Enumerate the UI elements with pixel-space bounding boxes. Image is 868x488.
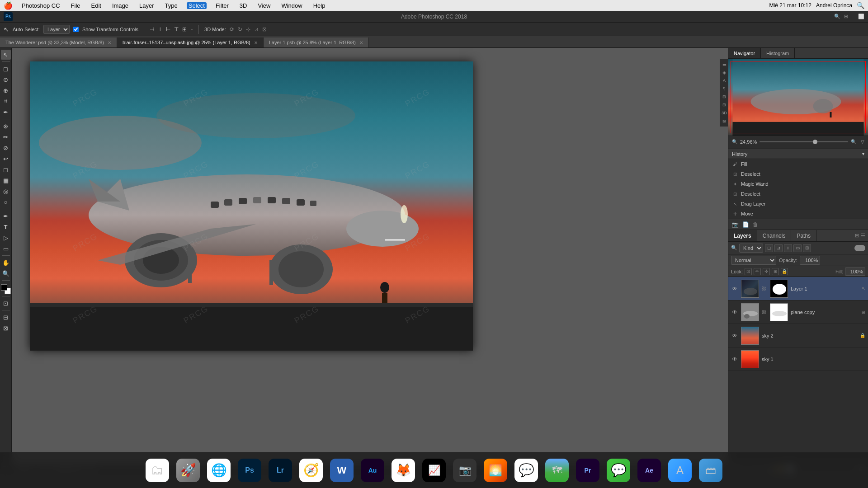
history-item-drag[interactable]: ↖ Drag Layer bbox=[728, 199, 868, 209]
layers-options-icon[interactable]: ☰ bbox=[861, 233, 865, 239]
sky2-visibility[interactable]: 👁 bbox=[731, 332, 738, 339]
quick-select-tool[interactable]: ⊕ bbox=[1, 85, 11, 95]
character-side-icon[interactable]: A bbox=[721, 77, 728, 84]
dock-messages[interactable]: 💬 bbox=[605, 457, 632, 484]
lock-transparent-icon[interactable]: ⊡ bbox=[745, 268, 752, 275]
artboard-tool[interactable]: ⊠ bbox=[1, 323, 11, 333]
planecopy-visibility[interactable]: 👁 bbox=[731, 309, 738, 316]
dock-capture[interactable]: 📷 bbox=[451, 457, 478, 484]
nav-zoom-out-icon[interactable]: 🔍 bbox=[732, 139, 737, 144]
dock-launchpad[interactable]: 🚀 bbox=[175, 457, 202, 484]
tab-wanderer[interactable]: The Wanderer.psd @ 33,3% (Model, RGB/8) … bbox=[0, 38, 117, 47]
dock-audition[interactable]: Au bbox=[359, 457, 386, 484]
ps-menu-image[interactable]: Image bbox=[110, 2, 130, 9]
filter-toggle[interactable] bbox=[854, 245, 865, 251]
crop-tool[interactable]: ⌗ bbox=[1, 96, 11, 106]
align-top-icon[interactable]: ⊤ bbox=[174, 26, 179, 33]
dock-photoshop[interactable]: Ps bbox=[236, 457, 263, 484]
layer-item-planecopy[interactable]: 👁 ⛓ plan bbox=[728, 300, 868, 324]
layer-item-layer1[interactable]: 👁 ⛓ Laye bbox=[728, 277, 868, 300]
ps-arrange-icon[interactable]: ⊞ bbox=[844, 14, 848, 19]
properties-side-icon[interactable]: ⊟ bbox=[721, 93, 728, 100]
clone-tool[interactable]: ⊘ bbox=[1, 143, 11, 153]
ps-menu-file[interactable]: File bbox=[69, 2, 82, 9]
canvas[interactable]: PRCG PRCG PRCG PRCG PRCG PRCG PRCG PRCG … bbox=[30, 61, 473, 351]
ps-menu-help[interactable]: Help bbox=[311, 2, 327, 9]
nav-expand-icon[interactable]: ▽ bbox=[861, 139, 864, 144]
marquee-tool[interactable]: ◻ bbox=[1, 64, 11, 74]
tab-paths[interactable]: Paths bbox=[791, 230, 816, 241]
tab-layer1-close[interactable]: ✕ bbox=[359, 40, 363, 45]
align-right-icon[interactable]: ⊢ bbox=[166, 26, 170, 33]
dock-appstore[interactable]: A bbox=[666, 457, 693, 484]
history-item-deselect-1[interactable]: ⊡ Deselect bbox=[728, 169, 868, 179]
sky1-visibility[interactable]: 👁 bbox=[731, 356, 738, 363]
filter-text-icon[interactable]: T bbox=[784, 244, 792, 252]
hand-tool[interactable]: ✋ bbox=[1, 258, 11, 267]
apple-menu[interactable]: 🍎 bbox=[4, 1, 13, 10]
dock-premiere[interactable]: Pr bbox=[574, 457, 601, 484]
history-delete[interactable]: 🗑 bbox=[753, 221, 758, 228]
history-item-magicwand[interactable]: ✦ Magic Wand bbox=[728, 179, 868, 189]
dock-ae[interactable]: Ae bbox=[636, 457, 663, 484]
histogram-tab[interactable]: Histogram bbox=[761, 48, 795, 58]
layers-side-icon[interactable]: ☰ bbox=[721, 61, 728, 68]
history-collapse-icon[interactable]: ▾ bbox=[862, 151, 864, 156]
adjustments-side-icon[interactable]: ⊞ bbox=[721, 101, 728, 108]
3d-pan-icon[interactable]: ⊹ bbox=[246, 26, 250, 33]
eraser-tool[interactable]: ◻ bbox=[1, 164, 11, 174]
libraries-side-icon[interactable]: ⊠ bbox=[721, 117, 728, 125]
history-new-snapshot[interactable]: 📷 bbox=[732, 221, 739, 228]
dock-firefox[interactable]: 🦊 bbox=[390, 457, 417, 484]
layers-new-group-icon[interactable]: ⊞ bbox=[855, 233, 859, 239]
layer1-visibility[interactable]: 👁 bbox=[731, 285, 738, 292]
filter-pixel-icon[interactable]: ◻ bbox=[765, 244, 773, 252]
pen-tool[interactable]: ✒ bbox=[1, 211, 11, 221]
filter-adjustment-icon[interactable]: ⊿ bbox=[774, 244, 783, 252]
lock-position-icon[interactable]: ✛ bbox=[763, 268, 770, 275]
tab-wanderer-close[interactable]: ✕ bbox=[108, 40, 111, 45]
nav-zoom-in-icon[interactable]: 🔍 bbox=[851, 139, 856, 144]
navigator-tab[interactable]: Navigator bbox=[728, 48, 761, 58]
history-item-deselect-2[interactable]: ⊡ Deselect bbox=[728, 189, 868, 199]
layer-item-sky1[interactable]: 👁 sky 1 bbox=[728, 347, 868, 371]
filter-kind-select[interactable]: Kind bbox=[739, 244, 763, 253]
align-center-h-icon[interactable]: ⊥ bbox=[158, 26, 162, 33]
zoom-tool[interactable]: 🔍 bbox=[1, 268, 11, 278]
dock-finder[interactable]: 🗂 bbox=[144, 457, 171, 484]
brush-tool[interactable]: ✏ bbox=[1, 132, 11, 142]
gradient-tool[interactable]: ▦ bbox=[1, 175, 11, 185]
dock-chrome[interactable]: 🌐 bbox=[205, 457, 232, 484]
align-center-v-icon[interactable]: ⊞ bbox=[182, 26, 187, 33]
fill-input[interactable] bbox=[845, 267, 865, 276]
history-new-document[interactable]: 📄 bbox=[742, 221, 749, 228]
heal-tool[interactable]: ⊛ bbox=[1, 121, 11, 131]
dock-whatsapp[interactable]: 💬 bbox=[513, 457, 540, 484]
3d-slide-icon[interactable]: ⊿ bbox=[254, 26, 259, 33]
tab-layers[interactable]: Layers bbox=[728, 230, 757, 241]
tab-channels[interactable]: Channels bbox=[757, 230, 792, 241]
eyedropper-tool[interactable]: ✒ bbox=[1, 107, 11, 117]
shape-tool[interactable]: ▭ bbox=[1, 244, 11, 253]
dock-safari[interactable]: 🧭 bbox=[297, 457, 325, 484]
history-item-fill[interactable]: 🖌 Fill bbox=[728, 159, 868, 169]
align-bottom-icon[interactable]: ⊦ bbox=[190, 26, 193, 33]
3d-scale-icon[interactable]: ⊠ bbox=[262, 26, 267, 33]
ps-menu-photoshop[interactable]: Photoshop CC bbox=[20, 2, 62, 9]
layer-item-sky2[interactable]: 👁 sky 2 🔒 bbox=[728, 324, 868, 347]
text-tool[interactable]: T bbox=[1, 222, 11, 232]
dodge-tool[interactable]: ○ bbox=[1, 197, 11, 207]
search-layers-icon[interactable]: 🔍 bbox=[731, 245, 737, 251]
screen-mode-tool[interactable]: ⊟ bbox=[1, 312, 11, 322]
history-brush-tool[interactable]: ↩ bbox=[1, 154, 11, 164]
dock-photos[interactable]: 🌅 bbox=[482, 457, 509, 484]
blend-mode-select[interactable]: Normal bbox=[731, 256, 776, 265]
channels-side-icon[interactable]: ◈ bbox=[721, 69, 728, 76]
lock-all-icon[interactable]: 🔒 bbox=[781, 268, 788, 275]
3d-side-icon[interactable]: 3D bbox=[721, 109, 728, 117]
ps-menu-edit[interactable]: Edit bbox=[90, 2, 103, 9]
paragraph-side-icon[interactable]: ¶ bbox=[721, 85, 728, 92]
quick-mask-tool[interactable]: ⊡ bbox=[1, 298, 11, 308]
tab-blair[interactable]: blair-fraser–15137–unsplash.jpg @ 25% (L… bbox=[117, 38, 264, 47]
auto-select-dropdown[interactable]: Layer bbox=[43, 25, 70, 34]
